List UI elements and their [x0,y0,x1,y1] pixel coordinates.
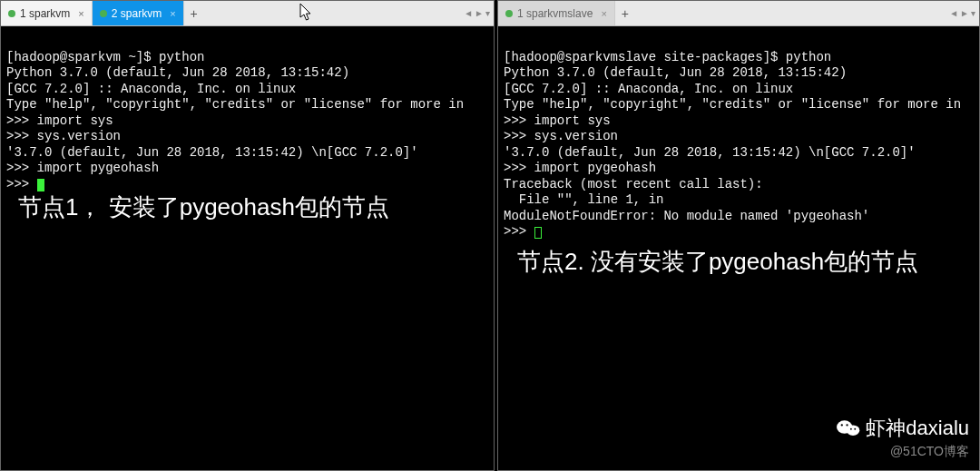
tab-sparkvm-1[interactable]: 1 sparkvm × [1,1,93,25]
status-dot-icon [505,10,513,17]
tab-label: 1 sparkvm [20,7,70,20]
close-icon[interactable]: × [601,8,606,19]
right-terminal[interactable]: [hadoop@sparkvmslave site-packages]$ pyt… [498,26,979,470]
right-tabbar: 1 sparkvmslave × + ◄ ► ▾ [498,1,979,26]
tab-sparkvm-2[interactable]: 2 sparkvm × [93,1,184,25]
dropdown-icon[interactable]: ▾ [971,8,975,18]
close-icon[interactable]: × [170,8,175,19]
chevron-right-icon[interactable]: ► [960,8,969,18]
status-dot-icon [100,10,107,17]
add-tab-button[interactable]: + [184,1,204,25]
tab-sparkvmslave-1[interactable]: 1 sparkvmslave × [498,1,615,25]
chevron-right-icon[interactable]: ► [475,8,484,18]
left-terminal[interactable]: [hadoop@sparkvm ~]$ python Python 3.7.0 … [1,26,494,470]
left-tabbar: 1 sparkvm × 2 sparkvm × + ◄ ► ▾ [1,1,494,26]
right-pane: 1 sparkvmslave × + ◄ ► ▾ [hadoop@sparkvm… [497,0,980,471]
add-tab-button[interactable]: + [615,1,635,25]
dropdown-icon[interactable]: ▾ [485,8,490,18]
status-dot-icon [8,10,15,17]
tab-label: 2 sparkvm [112,7,162,20]
chevron-left-icon[interactable]: ◄ [464,8,473,18]
close-icon[interactable]: × [78,8,83,19]
left-pane: 1 sparkvm × 2 sparkvm × + ◄ ► ▾ [hadoop@… [0,0,495,471]
chevron-left-icon[interactable]: ◄ [949,8,958,18]
tab-scroll-arrows[interactable]: ◄ ► ▾ [949,1,975,25]
tab-scroll-arrows[interactable]: ◄ ► ▾ [464,1,490,25]
tab-label: 1 sparkvmslave [517,7,593,20]
